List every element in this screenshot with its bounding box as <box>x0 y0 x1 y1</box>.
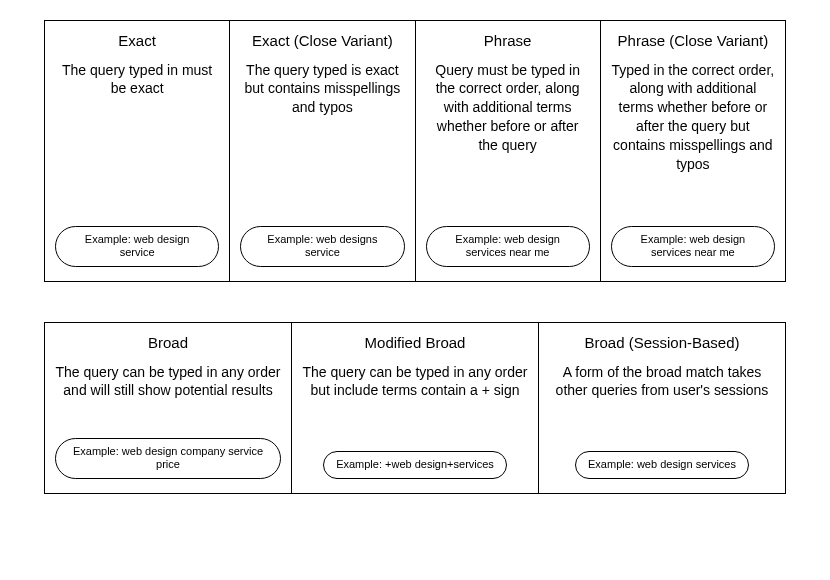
cell-desc: Typed in the correct order, along with a… <box>611 61 775 174</box>
cell-desc: The query can be typed in any order but … <box>302 363 528 401</box>
cell-exact: Exact The query typed in must be exact E… <box>45 21 230 281</box>
example-pill: Example: web design services near me <box>426 226 590 268</box>
cell-phrase: Phrase Query must be typed in the correc… <box>416 21 601 281</box>
cell-desc: The query typed is exact but contains mi… <box>240 61 404 118</box>
cell-title: Exact <box>118 31 156 51</box>
cell-exact-close-variant: Exact (Close Variant) The query typed is… <box>230 21 415 281</box>
cell-title: Broad <box>148 333 188 353</box>
cell-broad-session-based: Broad (Session-Based) A form of the broa… <box>539 323 785 493</box>
match-types-row-2: Broad The query can be typed in any orde… <box>44 322 786 494</box>
cell-broad: Broad The query can be typed in any orde… <box>45 323 292 493</box>
cell-modified-broad: Modified Broad The query can be typed in… <box>292 323 539 493</box>
cell-title: Modified Broad <box>365 333 466 353</box>
cell-desc: The query can be typed in any order and … <box>55 363 281 401</box>
example-pill: Example: web design services <box>575 451 749 479</box>
example-pill: Example: web designs service <box>240 226 404 268</box>
cell-desc: The query typed in must be exact <box>55 61 219 99</box>
cell-title: Phrase (Close Variant) <box>618 31 769 51</box>
example-pill: Example: web design service <box>55 226 219 268</box>
example-pill: Example: web design company service pric… <box>55 438 281 480</box>
cell-title: Broad (Session-Based) <box>584 333 739 353</box>
example-pill: Example: +web design+services <box>323 451 507 479</box>
cell-phrase-close-variant: Phrase (Close Variant) Typed in the corr… <box>601 21 785 281</box>
cell-title: Exact (Close Variant) <box>252 31 393 51</box>
cell-desc: Query must be typed in the correct order… <box>426 61 590 155</box>
example-pill: Example: web design services near me <box>611 226 775 268</box>
match-types-row-1: Exact The query typed in must be exact E… <box>44 20 786 282</box>
cell-desc: A form of the broad match takes other qu… <box>549 363 775 401</box>
cell-title: Phrase <box>484 31 532 51</box>
